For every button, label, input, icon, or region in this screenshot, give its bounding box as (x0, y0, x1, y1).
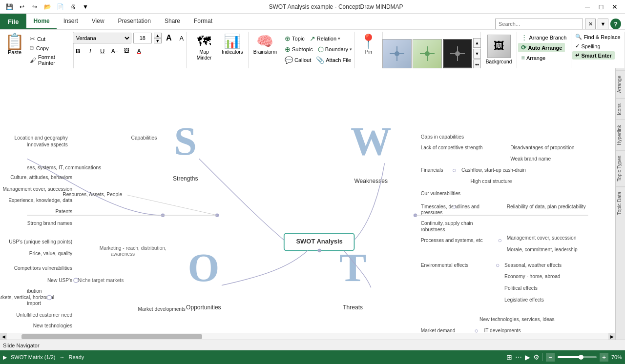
close-button[interactable]: ✕ (608, 2, 621, 12)
new-button[interactable]: 📄 (55, 1, 65, 12)
callout-button[interactable]: 💬 Callout (283, 55, 313, 65)
font-shrink-button[interactable]: A (176, 33, 187, 43)
tab-bar: File Home Insert View Presentation Share… (0, 14, 625, 29)
print-button[interactable]: 🖨 (67, 1, 78, 12)
svg-point-2 (395, 51, 399, 56)
spelling-button[interactable]: ✓ Spelling (572, 42, 603, 50)
theme-scroll-down[interactable]: ▼ (473, 49, 481, 59)
tab-presentation[interactable]: Presentation (111, 14, 158, 29)
sidebar-arrange[interactable]: Arrange (616, 70, 625, 83)
arrange-button[interactable]: ≡ Arrange (518, 53, 548, 62)
topic-icon: ⊕ (285, 35, 291, 42)
paste-button[interactable]: 📋 Paste (3, 33, 26, 56)
image-btn[interactable]: 🖼 (122, 45, 132, 56)
tab-view[interactable]: View (85, 14, 111, 29)
font-family-select[interactable]: Verdana (73, 33, 131, 43)
redo-button[interactable]: ↪ (29, 1, 40, 12)
undo-button[interactable]: ↩ (17, 1, 27, 12)
tab-share[interactable]: Share (158, 14, 187, 29)
attach-label: Attach File (326, 57, 351, 63)
topic-button[interactable]: ⊕ Topic (283, 34, 307, 43)
spelling-icon: ✓ (575, 43, 580, 49)
pin-button[interactable]: 📍 Pin (357, 33, 380, 57)
boundary-label: Boundary (325, 46, 348, 52)
quick-access-toolbar: 💾 ↩ ↪ 📂 📄 🖨 ▼ (4, 1, 91, 12)
map-minder-button[interactable]: 🗺 Map Minder (189, 33, 219, 63)
tab-home[interactable]: Home (26, 14, 56, 29)
background-label: Background (486, 59, 512, 65)
bold-button[interactable]: B (73, 45, 83, 56)
format-painter-button[interactable]: 🖌 Format Painter (28, 54, 70, 66)
more-button[interactable]: ▼ (80, 1, 91, 12)
arrange-label: Arrange (526, 55, 545, 61)
insert-row1: ⊕ Topic ↗ Relation ▾ (283, 34, 342, 43)
arrange-branch-label: Arrange Branch (529, 35, 566, 40)
relation-button[interactable]: ↗ Relation ▾ (308, 34, 342, 43)
arrange-branch-icon: ⋮ (521, 34, 527, 41)
arrange-branch-button[interactable]: ⋮ Arrange Branch (518, 33, 569, 42)
background-button[interactable]: 🖼 Background (483, 33, 515, 67)
boundary-button[interactable]: ⬡ Boundary ▾ (316, 44, 354, 54)
theme-swatch-2[interactable] (413, 39, 442, 68)
attach-icon: 📎 (316, 56, 324, 64)
theme-more[interactable]: ▾▾ (473, 60, 481, 69)
brainstorm-icon: 🧠 (256, 35, 273, 48)
brainstorm-button[interactable]: 🧠 Brainstorm (250, 33, 280, 57)
smart-enter-button[interactable]: ↵ Smart Enter (572, 51, 614, 60)
indicators-button[interactable]: 📊 Indicators (220, 33, 245, 57)
find-replace-button[interactable]: 🔍 Find & Replace (572, 33, 623, 41)
copy-label: Copy (36, 45, 49, 51)
highlight-button[interactable]: A≡ (109, 45, 120, 56)
subtopic-icon: ⊕ (285, 45, 291, 53)
attach-file-button[interactable]: 📎 Attach File (314, 55, 353, 65)
subtopic-button[interactable]: ⊕ Subtopic (283, 44, 315, 54)
auto-arrange-icon: ⟳ (521, 44, 526, 51)
file-tab[interactable]: File (0, 14, 26, 29)
font-size-down[interactable]: ▼ (154, 38, 162, 43)
canvas-area: SWOT Analysis S Strengths W Weaknesses O… (0, 68, 615, 83)
cut-button[interactable]: ✂ Cut (28, 35, 70, 43)
clipboard-mini: ✂ Cut ⧉ Copy 🖌 Format Painter (28, 33, 70, 66)
auto-arrange-label: Auto Arrange (528, 45, 562, 51)
format-painter-icon: 🖌 (30, 57, 36, 64)
svg-point-8 (455, 51, 460, 56)
font-size-up[interactable]: ▲ (154, 33, 162, 38)
scissors-icon: ✂ (30, 35, 35, 42)
map-minder-icon: 🗺 (197, 35, 211, 48)
auto-arrange-button[interactable]: ⟳ Auto Arrange (518, 43, 565, 52)
tab-format[interactable]: Format (187, 14, 219, 29)
font-row2: B I U A≡ 🖼 A (73, 45, 145, 56)
relation-dropdown: ▾ (338, 36, 340, 41)
font-color-button[interactable]: A (134, 45, 145, 56)
font-size-input[interactable] (133, 33, 152, 43)
font-grow-button[interactable]: A (164, 33, 174, 43)
background-icon: 🖼 (487, 35, 511, 58)
maximize-button[interactable]: □ (595, 2, 607, 12)
underline-button[interactable]: U (97, 45, 108, 56)
copy-button[interactable]: ⧉ Copy (28, 44, 70, 53)
indicators-icon: 📊 (224, 35, 241, 48)
italic-button[interactable]: I (85, 45, 96, 56)
ribbon-search-input[interactable] (495, 19, 583, 29)
insert-row3: 💬 Callout 📎 Attach File (283, 55, 353, 65)
help-button[interactable]: ? (610, 19, 621, 29)
window-title: SWOT Analysis example - ConceptDraw MIND… (91, 3, 581, 10)
boundary-icon: ⬡ (318, 45, 324, 53)
ribbon-search-filter[interactable]: ▼ (598, 19, 608, 29)
save-button[interactable]: 💾 (4, 1, 15, 12)
boundary-dropdown: ▾ (350, 47, 352, 52)
map-minder-label: Map Minder (192, 49, 216, 61)
theme-scroll-up[interactable]: ▲ (473, 38, 481, 48)
theme-swatch-3[interactable] (443, 39, 472, 68)
tab-insert[interactable]: Insert (57, 14, 85, 29)
callout-label: Callout (294, 57, 311, 63)
find-replace-icon: 🔍 (575, 34, 582, 40)
ribbon-right: ✕ ▼ ? (495, 19, 625, 29)
minimize-button[interactable]: ─ (581, 2, 594, 12)
ribbon-search-clear[interactable]: ✕ (585, 19, 596, 29)
paste-icon: 📋 (5, 34, 24, 49)
open-button[interactable]: 📂 (42, 1, 53, 12)
theme-swatch-1[interactable] (382, 39, 412, 68)
insert-row2: ⊕ Subtopic ⬡ Boundary ▾ (283, 44, 354, 54)
pin-label: Pin (365, 49, 372, 55)
